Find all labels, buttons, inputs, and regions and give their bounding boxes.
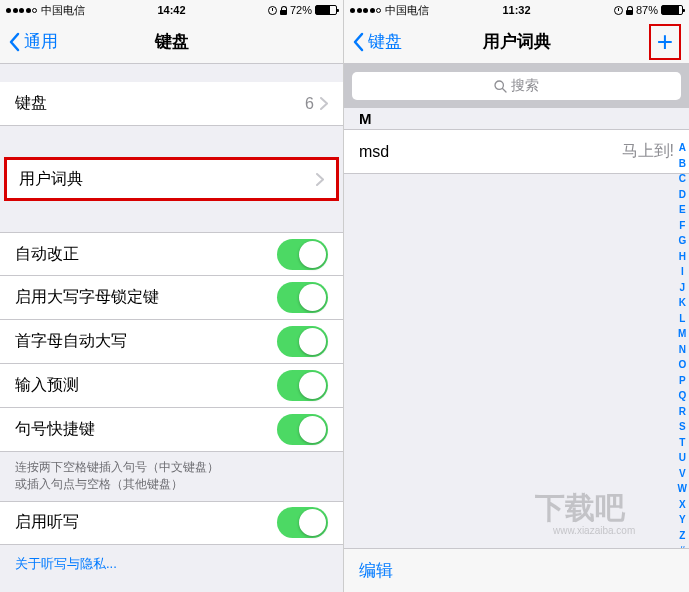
battery-percent: 72% [290,4,312,16]
entry-shortcut: msd [359,143,622,161]
alpha-index-letter[interactable]: Y [678,512,687,528]
alpha-index-letter[interactable]: Z [678,528,687,544]
alpha-index-letter[interactable]: W [678,481,687,497]
alpha-index-letter[interactable]: N [678,342,687,358]
alpha-index-letter[interactable]: R [678,404,687,420]
back-button[interactable]: 键盘 [352,30,402,53]
alpha-index-letter[interactable]: X [678,497,687,513]
signal-strength-icon [350,8,381,13]
chevron-left-icon [352,32,364,52]
carrier-label: 中国电信 [41,3,85,18]
alpha-index-letter[interactable]: L [678,311,687,327]
svg-text:下载吧: 下载吧 [535,491,626,524]
back-label: 通用 [24,30,58,53]
alpha-index-letter[interactable]: B [678,156,687,172]
row-label: 用户词典 [19,169,316,190]
dictation-row: 启用听写 [0,501,343,545]
chevron-right-icon [320,97,328,110]
chevron-right-icon [316,173,324,186]
alpha-index-letter[interactable]: O [678,357,687,373]
auto-capitalization-row: 首字母自动大写 [0,320,343,364]
entry-phrase: 马上到! [622,141,674,162]
dictionary-entry[interactable]: msd 马上到! [344,130,689,174]
signal-strength-icon [6,8,37,13]
battery-percent: 87% [636,4,658,16]
row-label: 启用大写字母锁定键 [15,287,277,308]
caps-lock-row: 启用大写字母锁定键 [0,276,343,320]
status-bar: 中国电信 14:42 72% [0,0,343,20]
settings-keyboard-screen: 中国电信 14:42 72% 通用 键盘 键盘 6 用户词典 自动改正 [0,0,344,592]
orientation-lock-icon [626,6,633,15]
nav-bar: 通用 键盘 [0,20,343,64]
status-bar: 中国电信 11:32 87% [344,0,689,20]
pinyin-section-header: 拼音 [0,583,343,592]
row-label: 首字母自动大写 [15,331,277,352]
chevron-left-icon [8,32,20,52]
battery-icon [315,5,337,15]
svg-text:www.xiazaiba.com: www.xiazaiba.com [552,525,635,536]
section-index-m: M [344,108,689,130]
alpha-index-letter[interactable]: D [678,187,687,203]
alpha-index-letter[interactable]: P [678,373,687,389]
bottom-toolbar: 编辑 [344,548,689,592]
search-placeholder: 搜索 [511,77,539,95]
back-label: 键盘 [368,30,402,53]
alpha-index-letter[interactable]: H [678,249,687,265]
period-shortcut-row: 句号快捷键 [0,408,343,452]
alpha-index-letter[interactable]: K [678,295,687,311]
auto-capitalization-toggle[interactable] [277,326,328,357]
row-label: 键盘 [15,93,305,114]
alpha-index-letter[interactable]: U [678,450,687,466]
nav-title: 键盘 [155,30,189,53]
edit-button[interactable]: 编辑 [359,559,393,582]
alpha-index-letter[interactable]: V [678,466,687,482]
nav-title: 用户词典 [483,30,551,53]
alpha-index-letter[interactable]: A [678,140,687,156]
keyboards-count: 6 [305,95,314,113]
dictation-privacy-link[interactable]: 关于听写与隐私... [0,545,343,583]
clock: 14:42 [157,4,185,16]
alarm-icon [614,6,623,15]
alpha-index-letter[interactable]: G [678,233,687,249]
auto-correction-toggle[interactable] [277,239,328,270]
search-input[interactable]: 搜索 [352,72,681,100]
alpha-index-letter[interactable]: T [678,435,687,451]
svg-line-1 [503,88,507,92]
plus-icon: + [657,26,673,57]
user-dictionary-screen: 中国电信 11:32 87% 键盘 用户词典 + 搜索 M msd 马上到! A… [344,0,689,592]
alpha-index-letter[interactable]: C [678,171,687,187]
dictation-toggle[interactable] [277,507,328,538]
row-label: 自动改正 [15,244,277,265]
alpha-index-letter[interactable]: E [678,202,687,218]
user-dictionary-row[interactable]: 用户词典 [4,157,339,201]
alpha-index-letter[interactable]: M [678,326,687,342]
alpha-index[interactable]: ABCDEFGHIJKLMNOPQRSTUVWXYZ# [678,140,687,559]
alpha-index-letter[interactable]: S [678,419,687,435]
period-shortcut-toggle[interactable] [277,414,328,445]
watermark: 下载吧www.xiazaiba.com [535,480,685,544]
search-icon [494,80,507,93]
carrier-label: 中国电信 [385,3,429,18]
alpha-index-letter[interactable]: Q [678,388,687,404]
row-label: 句号快捷键 [15,419,277,440]
battery-icon [661,5,683,15]
search-bar-container: 搜索 [344,64,689,108]
orientation-lock-icon [280,6,287,15]
nav-bar: 键盘 用户词典 + [344,20,689,64]
clock: 11:32 [502,4,530,16]
back-button[interactable]: 通用 [8,30,58,53]
auto-correction-row: 自动改正 [0,232,343,276]
row-label: 启用听写 [15,512,277,533]
alarm-icon [268,6,277,15]
caps-lock-toggle[interactable] [277,282,328,313]
period-shortcut-note: 连按两下空格键插入句号（中文键盘） 或插入句点与空格（其他键盘） [0,452,343,501]
predictive-toggle[interactable] [277,370,328,401]
add-entry-button[interactable]: + [649,24,681,60]
alpha-index-letter[interactable]: F [678,218,687,234]
row-label: 输入预测 [15,375,277,396]
keyboards-row[interactable]: 键盘 6 [0,82,343,126]
alpha-index-letter[interactable]: J [678,280,687,296]
predictive-row: 输入预测 [0,364,343,408]
alpha-index-letter[interactable]: I [678,264,687,280]
